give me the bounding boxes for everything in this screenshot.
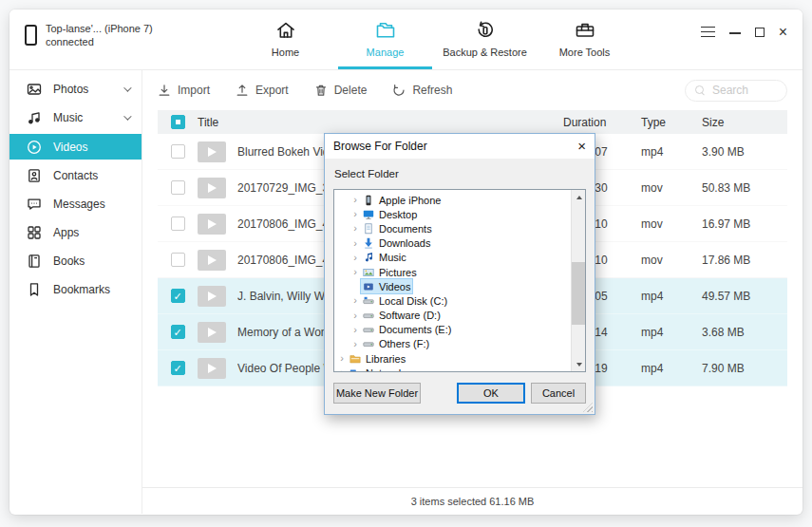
tree-item-label: Pictures	[379, 267, 417, 278]
iphone-icon	[363, 195, 374, 206]
tree-scrollbar[interactable]	[571, 190, 585, 371]
tab-manage[interactable]: Manage	[335, 15, 435, 69]
cancel-button[interactable]: Cancel	[531, 383, 586, 404]
sidebar-item-contacts[interactable]: Contacts	[9, 161, 142, 190]
video-type: mp4	[641, 145, 702, 159]
minimize-icon[interactable]	[729, 27, 741, 38]
expand-arrow-icon[interactable]: ›	[349, 195, 361, 205]
tree-item-documents[interactable]: › Documents	[334, 221, 585, 235]
tree-item-label: Local Disk (C:)	[379, 295, 447, 307]
tree-item-label: Desktop	[379, 209, 417, 220]
expand-arrow-icon[interactable]: ›	[349, 325, 361, 335]
tree-item-pictures[interactable]: › Pictures	[334, 265, 585, 279]
sidebar-item-messages[interactable]: Messages	[9, 190, 142, 218]
delete-label: Delete	[334, 84, 368, 97]
expand-arrow-icon[interactable]: ›	[336, 367, 348, 372]
tree-item-music[interactable]: › Music	[334, 251, 585, 265]
dialog-close-icon[interactable]: ×	[577, 140, 586, 153]
row-checkbox[interactable]	[171, 144, 185, 159]
video-size: 16.97 MB	[702, 217, 787, 231]
sidebar-item-videos[interactable]: Videos	[9, 134, 142, 160]
tree-item-desktop[interactable]: › Desktop	[334, 207, 585, 221]
select-all-checkbox[interactable]	[171, 115, 185, 129]
sidebar: Photos Music Videos	[9, 70, 142, 514]
nav-tabs: Home Manage	[236, 15, 634, 69]
tab-more-tools[interactable]: More Tools	[535, 15, 634, 69]
expand-arrow-icon[interactable]: ›	[336, 353, 348, 364]
column-type[interactable]: Type	[641, 116, 702, 129]
search-input[interactable]: Search	[685, 80, 787, 102]
desktop-icon	[363, 209, 374, 220]
tree-item-network[interactable]: › Network	[334, 366, 585, 372]
row-checkbox[interactable]	[171, 180, 185, 195]
expand-arrow-icon[interactable]: ›	[349, 295, 361, 306]
tree-item-label: Network	[366, 367, 404, 372]
row-checkbox[interactable]	[171, 216, 185, 231]
tree-item-downloads[interactable]: › Downloads	[334, 236, 585, 251]
sidebar-item-label: Bookmarks	[53, 283, 110, 296]
documents-icon	[363, 223, 374, 235]
tree-item-others-f[interactable]: › Others (F:)	[334, 337, 585, 351]
delete-button[interactable]: Delete	[314, 84, 368, 97]
ok-button[interactable]: OK	[457, 383, 525, 404]
expand-arrow-icon[interactable]: ›	[349, 311, 361, 321]
video-size: 3.90 MB	[702, 145, 787, 159]
export-button[interactable]: Export	[236, 84, 289, 97]
import-button[interactable]: Import	[158, 84, 210, 97]
refresh-button[interactable]: Refresh	[392, 84, 452, 97]
tab-home[interactable]: Home	[236, 15, 335, 69]
tab-backup-restore[interactable]: Backup & Restore	[435, 15, 535, 69]
column-title[interactable]: Title	[198, 116, 563, 129]
expand-arrow-icon[interactable]: ›	[349, 209, 361, 219]
sidebar-item-photos[interactable]: Photos	[9, 75, 142, 104]
expand-arrow-icon[interactable]: ›	[349, 339, 361, 349]
expand-arrow-icon[interactable]: ›	[349, 238, 361, 249]
scroll-down-icon[interactable]	[572, 357, 586, 371]
video-size: 3.68 MB	[702, 326, 787, 339]
row-checkbox[interactable]	[171, 325, 185, 339]
sidebar-item-music[interactable]: Music	[9, 104, 142, 132]
column-duration[interactable]: Duration	[563, 116, 641, 129]
trash-icon	[314, 84, 328, 97]
close-icon[interactable]: ×	[779, 27, 787, 38]
home-icon	[274, 19, 297, 42]
column-size[interactable]: Size	[702, 116, 787, 129]
drive-icon	[363, 338, 374, 349]
sidebar-item-bookmarks[interactable]: Bookmarks	[9, 275, 142, 304]
device-status: connected	[46, 35, 153, 48]
tree-item-software-d[interactable]: › Software (D:)	[334, 309, 585, 323]
scroll-up-icon[interactable]	[572, 190, 586, 204]
tree-item-apple-iphone[interactable]: › Apple iPhone	[334, 193, 585, 207]
folder-tree: › Apple iPhone › Desktop › Documents › D…	[333, 189, 586, 372]
expand-arrow-icon[interactable]: ›	[349, 267, 361, 277]
video-size: 49.57 MB	[702, 290, 787, 303]
row-checkbox[interactable]	[171, 289, 185, 303]
expand-arrow-icon[interactable]: ›	[349, 223, 361, 234]
drive-icon	[363, 324, 374, 335]
row-checkbox[interactable]	[171, 361, 185, 375]
tree-item-videos[interactable]: Videos	[334, 279, 585, 293]
tab-manage-label: Manage	[367, 47, 405, 58]
sidebar-item-label: Books	[53, 254, 85, 268]
tree-item-label: Videos	[379, 281, 410, 292]
resize-grip[interactable]	[583, 403, 593, 412]
tree-item-label: Documents	[379, 223, 432, 235]
video-thumbnail	[198, 141, 226, 162]
network-icon	[349, 367, 361, 372]
scrollbar-thumb[interactable]	[572, 262, 586, 325]
make-new-folder-button[interactable]: Make New Folder	[333, 383, 421, 404]
dialog-titlebar[interactable]: Browse For Folder ×	[325, 134, 595, 159]
expand-arrow-icon[interactable]: ›	[349, 253, 361, 263]
tree-item-label: Libraries	[366, 353, 406, 365]
tree-item-local-disk-c[interactable]: › Local Disk (C:)	[334, 293, 585, 308]
row-checkbox[interactable]	[171, 253, 185, 267]
dialog-label: Select Folder	[325, 159, 595, 179]
sidebar-item-books[interactable]: Books	[9, 247, 142, 275]
maximize-icon[interactable]	[755, 28, 765, 37]
menu-icon[interactable]	[701, 27, 715, 38]
window-controls: ×	[701, 26, 787, 39]
tree-item-documents-e[interactable]: › Documents (E:)	[334, 323, 585, 337]
sidebar-item-apps[interactable]: Apps	[9, 218, 142, 247]
downloads-icon	[363, 237, 374, 249]
tree-item-libraries[interactable]: › Libraries	[334, 351, 585, 366]
